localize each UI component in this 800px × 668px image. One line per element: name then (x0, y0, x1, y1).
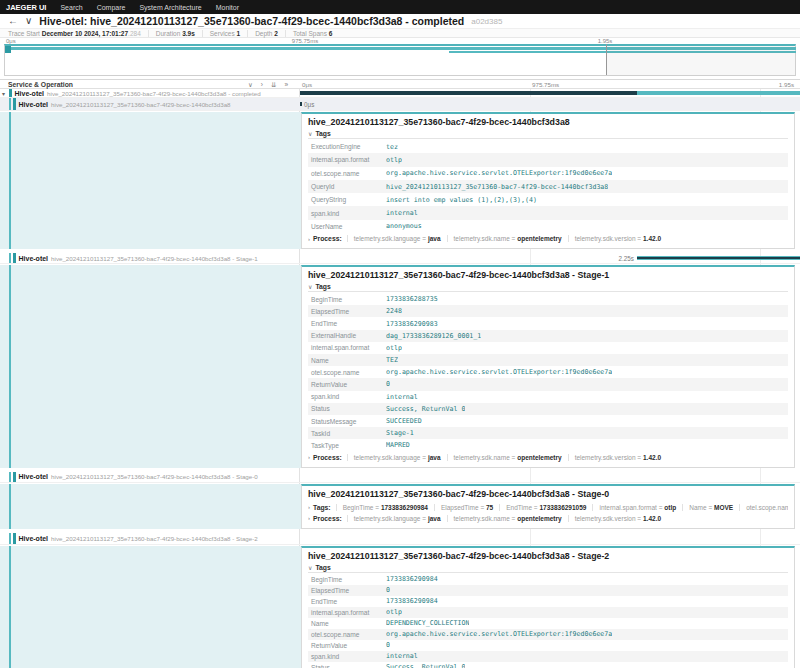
tag-key: EndTime (308, 320, 386, 327)
process-tag: telemetry.sdk.version = 1.42.0 (568, 454, 667, 461)
tags-section-header[interactable]: ∨Tags (308, 130, 788, 139)
collapse-one-icon[interactable]: ∨ (248, 81, 253, 88)
tag-value: dag_1733836289126_0001_1 (386, 332, 481, 340)
tags-section-header[interactable]: ∨Tags (308, 564, 788, 573)
tags-label: Tags (315, 130, 330, 137)
tag-row[interactable]: StatusSuccess, ReturnVal 0 (308, 662, 788, 668)
tag-row[interactable]: QueryStringinsert into emp values (1),(2… (308, 193, 788, 206)
minimap-scrubber-handle[interactable] (5, 46, 11, 53)
collapse-all-icon[interactable]: ⇊ (271, 81, 276, 88)
timeline-header: Service & Operation ∨›⇊» 0μs975.75ms1.95… (0, 80, 800, 89)
span-bar-cell[interactable]: 2.25s (300, 253, 800, 263)
span-bar[interactable] (300, 91, 637, 95)
tag-row[interactable]: EndTime1733836290983 (308, 317, 788, 329)
span-name-cell[interactable]: ▾Hive-otelhive_20241210113127_35e71360-b… (0, 89, 299, 97)
timeline-tick-label: 0μs (302, 81, 312, 88)
span-detail-title: hive_20241210113127_35e71360-bac7-4f29-b… (308, 117, 788, 127)
tag-row[interactable]: ReturnValue0 (308, 640, 788, 651)
tag-row[interactable]: BeginTime1733836290984 (308, 574, 788, 585)
tag-row[interactable]: span.kindinternal (308, 391, 788, 403)
tag-row[interactable]: StatusSuccess, ReturnVal 0 (308, 403, 788, 415)
collapse-header-chevron-icon[interactable]: ∨ (25, 16, 32, 26)
span-detail-row: hive_20241210113127_35e71360-bac7-4f29-b… (0, 484, 800, 529)
tag-row[interactable]: internal.span.formatotlp (308, 607, 788, 618)
tag-value: Success, ReturnVal 0 (386, 663, 465, 668)
tag-row[interactable]: otel.scope.nameorg.apache.hive.service.s… (308, 629, 788, 640)
tag-value: org.apache.hive.service.servlet.OTELExpo… (386, 368, 612, 376)
tag-row[interactable]: TaskTypeMAPRED (308, 439, 788, 451)
tag-row[interactable]: internal.span.formatotlp (308, 153, 788, 166)
tag-row[interactable]: StatusMessageSUCCEEDED (308, 415, 788, 427)
span-detail-title: hive_20241210113127_35e71360-bac7-4f29-b… (308, 489, 788, 499)
trace-info-item: Services 1 (202, 30, 247, 37)
tag-row[interactable]: NameDEPENDENCY_COLLECTION (308, 618, 788, 629)
service-name: Hive-otel (19, 101, 49, 108)
service-color-bar (9, 89, 12, 97)
tag-row[interactable]: internal.span.formatotlp (308, 342, 788, 354)
span-bar[interactable] (637, 256, 800, 260)
tag-key: otel.scope.name (308, 170, 386, 177)
tag-key: BeginTime (308, 576, 386, 583)
nav-item-system-architecture[interactable]: System Architecture (139, 4, 201, 11)
nav-item-compare[interactable]: Compare (97, 4, 126, 11)
span-bar-cell[interactable] (300, 472, 800, 482)
tag-row[interactable]: QueryIdhive_20241210113127_35e71360-bac7… (308, 180, 788, 193)
process-collapsed-line[interactable]: ›Process:telemetry.sdk.language = javate… (308, 233, 788, 244)
tag-row[interactable]: otel.scope.nameorg.apache.hive.service.s… (308, 366, 788, 378)
tag-row[interactable]: BeginTime1733836288735 (308, 293, 788, 305)
span-row[interactable]: Hive-otelhive_20241210113127_35e71360-ba… (0, 533, 800, 545)
span-bar-cell[interactable] (300, 533, 800, 544)
inline-tag: ElapsedTime = 75 (434, 504, 499, 511)
tag-row[interactable]: TaskIdStage-1 (308, 427, 788, 439)
service-name: Hive-otel (19, 255, 49, 262)
jaeger-logo[interactable]: JAEGER UI (6, 3, 46, 12)
minimap-canvas[interactable] (4, 44, 796, 76)
collapse-arrow-icon[interactable]: ▾ (2, 90, 9, 97)
back-arrow-icon[interactable]: ← (8, 16, 18, 26)
tag-value: 0 (386, 586, 390, 594)
tag-value: Success, ReturnVal 0 (386, 405, 465, 413)
tag-row[interactable]: ExecutionEnginetez (308, 140, 788, 153)
span-detail-panel: hive_20241210113127_35e71360-bac7-4f29-b… (301, 112, 795, 249)
tag-row[interactable]: EndTime1733836290984 (308, 596, 788, 607)
chevron-down-icon: ∨ (308, 284, 312, 290)
nav-item-monitor[interactable]: Monitor (216, 4, 239, 11)
span-name-cell[interactable]: Hive-otelhive_20241210113127_35e71360-ba… (0, 98, 299, 110)
span-duration-label: 0μs (304, 101, 314, 108)
tree-indent-guide (9, 112, 11, 249)
span-detail-left-section (0, 546, 301, 668)
tag-row[interactable]: ReturnValue0 (308, 378, 788, 390)
tag-value: Stage-1 (386, 429, 414, 437)
chevron-down-icon: ∨ (308, 565, 312, 571)
tag-row[interactable]: ElapsedTime2248 (308, 305, 788, 317)
tag-row[interactable]: UserNameanonymous (308, 220, 788, 233)
tag-row[interactable]: ElapsedTime0 (308, 585, 788, 596)
span-bar-cell[interactable]: 0μs (300, 98, 800, 110)
tag-row[interactable]: NameTEZ (308, 354, 788, 366)
span-row[interactable]: Hive-otelhive_20241210113127_35e71360-ba… (0, 253, 800, 264)
tag-value: MAPRED (386, 441, 410, 449)
tag-row[interactable]: span.kindinternal (308, 651, 788, 662)
span-name-cell[interactable]: Hive-otelhive_20241210113127_35e71360-ba… (0, 533, 299, 544)
expand-all-icon[interactable]: » (284, 81, 288, 88)
process-collapsed-line[interactable]: ›Process:telemetry.sdk.language = javate… (308, 513, 788, 524)
tree-indent-guide (9, 265, 11, 467)
tag-row[interactable]: span.kindinternal (308, 206, 788, 219)
tag-row[interactable]: ExternalHandledag_1733836289126_0001_1 (308, 330, 788, 342)
tag-key: otel.scope.name (308, 631, 386, 638)
tag-row[interactable]: otel.scope.nameorg.apache.hive.service.s… (308, 167, 788, 180)
span-name-cell[interactable]: Hive-otelhive_20241210113127_35e71360-ba… (0, 253, 299, 263)
span-row[interactable]: Hive-otelhive_20241210113127_35e71360-ba… (0, 472, 800, 483)
span-bar[interactable] (300, 102, 302, 106)
span-name-cell[interactable]: Hive-otelhive_20241210113127_35e71360-ba… (0, 472, 299, 482)
nav-item-search[interactable]: Search (60, 4, 82, 11)
span-bar-cell[interactable] (300, 89, 800, 97)
process-collapsed-line[interactable]: ›Process:telemetry.sdk.language = javate… (308, 452, 788, 463)
tags-collapsed-line[interactable]: ›Tags:BeginTime = 1733836290984ElapsedTi… (308, 502, 788, 513)
span-row[interactable]: ▾Hive-otelhive_20241210113127_35e71360-b… (0, 89, 800, 98)
expand-one-icon[interactable]: › (261, 81, 263, 88)
tag-value: anonymous (386, 222, 422, 230)
process-tag: telemetry.sdk.language = java (347, 235, 447, 242)
tags-section-header[interactable]: ∨Tags (308, 283, 788, 292)
span-row[interactable]: Hive-otelhive_20241210113127_35e71360-ba… (0, 98, 800, 111)
